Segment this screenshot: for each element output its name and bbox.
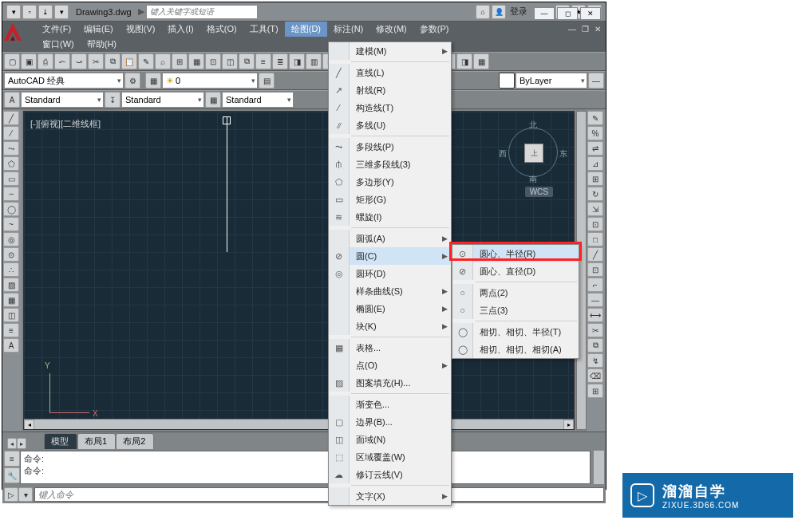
draw-tool-5[interactable]: ⌢ [3, 187, 19, 201]
modify-tool-1[interactable]: % [587, 126, 603, 140]
window-close-button[interactable]: ✕ [580, 7, 601, 20]
std-toolbar-btn-4[interactable]: ⤻ [71, 53, 87, 69]
std-toolbar-btn-15[interactable]: ≡ [255, 53, 271, 69]
menu-modify[interactable]: 修改(M) [369, 22, 413, 37]
draw-tool-11[interactable]: ▨ [3, 278, 19, 292]
std-toolbar-btn-5[interactable]: ✂ [88, 53, 104, 69]
tab-nav-left-icon[interactable]: ◂ [7, 438, 17, 449]
std-toolbar-btn-11[interactable]: ▦ [188, 53, 204, 69]
menu-format[interactable]: 格式(O) [200, 22, 243, 37]
app-logo-icon[interactable] [2, 22, 31, 42]
draw-menu-item-0[interactable]: 建模(M)▶ [329, 42, 451, 60]
draw-tool-12[interactable]: ▦ [3, 293, 19, 307]
help-search-input[interactable] [146, 5, 258, 19]
draw-menu-item-16[interactable]: 样条曲线(S)▶ [329, 282, 451, 300]
draw-menu-item-5[interactable]: ⫽多线(U) [329, 116, 451, 134]
menu-window[interactable]: 窗口(W) [36, 37, 81, 52]
draw-menu-item-18[interactable]: 块(K)▶ [329, 317, 451, 335]
circle-menu-item-6[interactable]: ◯相切、相切、半径(T) [452, 323, 579, 341]
infocenter-icon[interactable]: ⌂ [476, 5, 490, 19]
modify-tool-18[interactable]: ⊞ [587, 384, 603, 398]
layer-prop-icon[interactable]: ▦ [145, 73, 161, 89]
modify-tool-8[interactable]: □ [587, 232, 603, 246]
draw-menu-item-14[interactable]: ⊘圆(C)▶ [329, 247, 451, 265]
draw-menu-item-9[interactable]: ⬠多边形(Y) [329, 173, 451, 191]
draw-menu-item-11[interactable]: ≋螺旋(I) [329, 208, 451, 226]
std-toolbar-btn-16[interactable]: ≣ [272, 53, 288, 69]
scroll-left-icon[interactable]: ◂ [24, 420, 34, 430]
modify-tool-2[interactable]: ⇌ [587, 141, 603, 156]
workspace-settings-icon[interactable]: ⚙ [124, 73, 140, 89]
modify-tool-13[interactable]: ⟷ [587, 308, 603, 322]
std-toolbar-btn-14[interactable]: ⧉ [239, 53, 255, 69]
draw-menu-item-22[interactable]: ▨图案填充(H)... [329, 374, 451, 392]
std-toolbar-btn-17[interactable]: ◨ [289, 53, 305, 69]
modify-tool-9[interactable]: ╱ [587, 247, 603, 262]
modify-tool-11[interactable]: ⌐ [587, 278, 603, 292]
circle-menu-item-4[interactable]: ○三点(3) [452, 301, 579, 319]
modify-tool-3[interactable]: ⊿ [587, 156, 603, 171]
linetype-icon[interactable]: — [588, 73, 604, 89]
scroll-right-icon[interactable]: ▸ [563, 420, 574, 430]
menu-edit[interactable]: 编辑(E) [77, 22, 120, 37]
tablestyle-icon[interactable]: ▦ [205, 92, 221, 108]
cmd-scrollbar[interactable] [594, 451, 604, 484]
std-toolbar-btn-12[interactable]: ⊡ [205, 53, 221, 69]
workspace-combo[interactable]: AutoCAD 经典 [4, 73, 124, 89]
draw-tool-8[interactable]: ◎ [3, 232, 19, 246]
doc-minimize-button[interactable]: — [566, 24, 579, 35]
draw-tool-2[interactable]: ⤳ [3, 141, 19, 156]
layer-combo[interactable]: ☀0 [162, 73, 258, 89]
modify-tool-5[interactable]: ↻ [587, 187, 603, 201]
doc-close-button[interactable]: ✕ [591, 24, 604, 35]
qat-new-icon[interactable]: ▾ [6, 5, 21, 19]
std-toolbar-btn-2[interactable]: ⎙ [38, 53, 53, 69]
doc-restore-button[interactable]: ❐ [579, 24, 591, 35]
draw-tool-13[interactable]: ◫ [3, 308, 19, 322]
signin-label[interactable]: 登录 [510, 6, 527, 18]
std-toolbar-btn-27[interactable]: ◨ [456, 53, 472, 69]
draw-tool-1[interactable]: ∕ [3, 126, 19, 140]
draw-menu-item-28[interactable]: ☁修订云线(V) [329, 466, 451, 483]
layer-tool-icon[interactable]: ▤ [259, 73, 275, 89]
tab-model[interactable]: 模型 [44, 433, 77, 449]
draw-menu-item-24[interactable]: 渐变色... [329, 396, 451, 413]
draw-menu-item-27[interactable]: ⬚区域覆盖(W) [329, 448, 451, 466]
draw-tool-6[interactable]: ◯ [3, 202, 19, 216]
modify-tool-17[interactable]: ⌫ [587, 368, 603, 383]
draw-menu-item-30[interactable]: 文字(X)▶ [329, 487, 451, 505]
draw-menu-item-8[interactable]: ⫛三维多段线(3) [329, 156, 451, 173]
window-minimize-button[interactable]: — [534, 7, 555, 20]
textstyle-combo[interactable]: Standard [21, 92, 104, 108]
draw-menu-item-7[interactable]: ⤳多段线(P) [329, 138, 451, 156]
qat-save-icon[interactable]: ⤓ [38, 5, 53, 19]
viewport-label[interactable]: [-][俯视][二维线框] [30, 118, 101, 130]
menu-view[interactable]: 视图(V) [120, 22, 162, 37]
std-toolbar-btn-10[interactable]: ⊞ [172, 53, 188, 69]
circle-menu-item-7[interactable]: ◯相切、相切、相切(A) [452, 341, 579, 358]
modify-tool-12[interactable]: — [587, 293, 603, 307]
draw-tool-7[interactable]: ~ [3, 217, 19, 231]
draw-tool-4[interactable]: ▭ [3, 171, 19, 186]
cmd-prompt-icon[interactable]: ▷ [4, 487, 18, 502]
draw-tool-14[interactable]: ≡ [3, 323, 19, 337]
draw-menu-item-17[interactable]: 椭圆(E)▶ [329, 300, 451, 317]
tab-layout2[interactable]: 布局2 [116, 433, 154, 449]
dimstyle-combo[interactable]: Standard [121, 92, 204, 108]
viewcube[interactable]: 上 北 南 西 东 [502, 121, 564, 183]
std-toolbar-btn-0[interactable]: ▢ [4, 53, 20, 69]
draw-menu-item-13[interactable]: 圆弧(A)▶ [329, 230, 451, 247]
std-toolbar-btn-7[interactable]: 📋 [121, 53, 137, 69]
draw-tool-15[interactable]: A [3, 338, 19, 353]
std-toolbar-btn-8[interactable]: ✎ [138, 53, 154, 69]
std-toolbar-btn-13[interactable]: ◫ [222, 53, 238, 69]
textstyle-a-icon[interactable]: A [4, 92, 20, 108]
command-history[interactable]: 命令: 命令: [20, 451, 591, 484]
draw-menu-item-20[interactable]: ▦表格... [329, 339, 451, 357]
draw-menu-item-2[interactable]: ╱直线(L) [329, 64, 451, 81]
menu-help[interactable]: 帮助(H) [81, 37, 123, 52]
dimstyle-icon[interactable]: ↧ [105, 92, 120, 108]
std-toolbar-btn-1[interactable]: ▣ [21, 53, 37, 69]
signin-icon[interactable]: 👤 [492, 5, 506, 19]
std-toolbar-btn-3[interactable]: ⤺ [54, 53, 70, 69]
